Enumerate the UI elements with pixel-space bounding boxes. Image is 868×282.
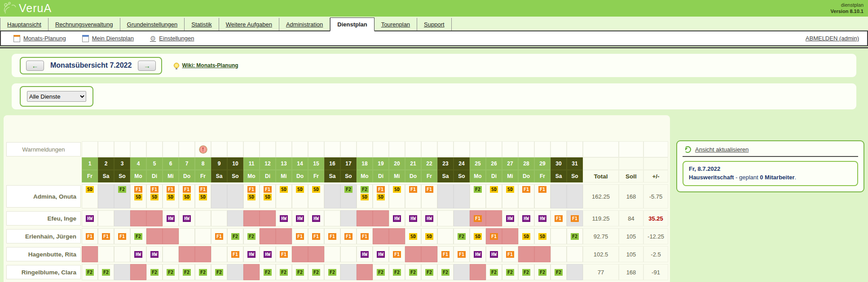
roster-cell-day-17[interactable]: F1: [340, 228, 357, 244]
roster-cell-day-7[interactable]: [179, 228, 195, 244]
roster-cell-day-23[interactable]: [437, 210, 454, 226]
roster-cell-day-25[interactable]: SD: [470, 228, 486, 244]
roster-cell-day-31[interactable]: [567, 264, 583, 280]
logout-link[interactable]: ABMELDEN (admin): [806, 35, 859, 42]
roster-cell-day-6[interactable]: [163, 228, 179, 244]
roster-cell-day-7[interactable]: F2: [179, 264, 195, 280]
wiki-link[interactable]: Wiki: Monats-Planung: [182, 62, 238, 69]
roster-cell-day-23[interactable]: [437, 184, 454, 208]
roster-cell-day-27[interactable]: F1: [502, 246, 518, 262]
roster-cell-day-16[interactable]: F2: [324, 264, 340, 280]
next-month-button[interactable]: →: [138, 61, 156, 71]
roster-cell-day-3[interactable]: [114, 264, 130, 280]
roster-cell-day-6[interactable]: HW: [163, 210, 179, 226]
roster-cell-day-31[interactable]: F1: [567, 210, 583, 226]
roster-cell-day-20[interactable]: F2: [389, 264, 405, 280]
service-filter-select[interactable]: Alle Dienste: [27, 91, 86, 102]
roster-cell-day-24[interactable]: [454, 264, 470, 280]
roster-cell-day-4[interactable]: [130, 210, 146, 226]
roster-cell-day-24[interactable]: F2: [454, 228, 470, 244]
roster-cell-day-11[interactable]: [243, 210, 260, 226]
roster-cell-day-14[interactable]: F2: [292, 264, 308, 280]
tab-support[interactable]: Support: [417, 18, 452, 30]
roster-cell-day-13[interactable]: F2: [276, 264, 292, 280]
roster-cell-day-15[interactable]: SD: [308, 184, 324, 208]
roster-cell-day-22[interactable]: HW: [421, 210, 437, 226]
roster-cell-day-21[interactable]: HW: [405, 210, 421, 226]
roster-cell-day-26[interactable]: SD: [486, 184, 502, 208]
roster-cell-day-26[interactable]: F2: [486, 264, 502, 280]
roster-cell-day-14[interactable]: SD: [292, 184, 308, 208]
roster-cell-day-11[interactable]: F2: [243, 228, 260, 244]
roster-cell-day-17[interactable]: [340, 246, 357, 262]
roster-cell-day-1[interactable]: HW: [82, 210, 98, 226]
roster-cell-day-31[interactable]: [567, 246, 583, 262]
roster-cell-day-20[interactable]: HW: [389, 210, 405, 226]
roster-cell-day-2[interactable]: [98, 210, 114, 226]
roster-cell-day-24[interactable]: F1: [454, 246, 470, 262]
tab-grundeinstellungen[interactable]: Grundeinstellungen: [120, 18, 185, 30]
roster-cell-day-12[interactable]: HW: [260, 246, 276, 262]
roster-cell-day-22[interactable]: SD: [421, 228, 437, 244]
roster-cell-day-3[interactable]: F2: [114, 184, 130, 208]
roster-cell-day-7[interactable]: HW: [179, 210, 195, 226]
tab-statistik[interactable]: Statistik: [185, 18, 219, 30]
roster-cell-day-27[interactable]: F2: [502, 264, 518, 280]
tab-rechnungsverwaltung[interactable]: Rechnungsverwaltung: [48, 18, 120, 30]
roster-cell-day-25[interactable]: HW: [470, 246, 486, 262]
roster-cell-day-2[interactable]: [98, 184, 114, 208]
roster-cell-day-10[interactable]: [227, 210, 243, 226]
roster-cell-day-17[interactable]: F2: [340, 184, 357, 208]
roster-cell-day-26[interactable]: F1: [486, 228, 502, 244]
roster-cell-day-5[interactable]: HW: [146, 246, 163, 262]
roster-cell-day-10[interactable]: F2: [227, 228, 243, 244]
roster-cell-day-19[interactable]: F2: [373, 264, 389, 280]
roster-cell-day-2[interactable]: F2: [98, 264, 114, 280]
roster-cell-day-30[interactable]: F1: [551, 210, 567, 226]
roster-cell-day-25[interactable]: [470, 264, 486, 280]
roster-cell-day-18[interactable]: HW: [357, 246, 373, 262]
roster-cell-day-28[interactable]: F1: [518, 184, 534, 208]
roster-cell-day-15[interactable]: F1: [308, 228, 324, 244]
roster-cell-day-8[interactable]: F1SD: [195, 184, 211, 208]
roster-cell-day-24[interactable]: [454, 184, 470, 208]
roster-cell-day-11[interactable]: HW: [243, 246, 260, 262]
roster-cell-day-12[interactable]: [260, 228, 276, 244]
roster-cell-day-28[interactable]: SD: [518, 228, 534, 244]
roster-cell-day-27[interactable]: HW: [502, 210, 518, 226]
roster-cell-day-9[interactable]: [211, 184, 227, 208]
roster-cell-day-24[interactable]: [454, 210, 470, 226]
roster-cell-day-30[interactable]: [551, 228, 567, 244]
toolbar-mein-dienstplan[interactable]: Mein Dienstplan: [82, 35, 134, 42]
roster-cell-day-17[interactable]: [340, 210, 357, 226]
roster-cell-day-30[interactable]: [551, 184, 567, 208]
roster-cell-day-16[interactable]: [324, 184, 340, 208]
roster-cell-day-15[interactable]: [308, 246, 324, 262]
roster-cell-day-26[interactable]: [486, 210, 502, 226]
roster-cell-day-11[interactable]: F1SD: [243, 184, 260, 208]
roster-cell-day-16[interactable]: F1: [324, 228, 340, 244]
roster-cell-day-1[interactable]: [82, 246, 98, 262]
roster-cell-day-28[interactable]: F2: [518, 264, 534, 280]
roster-cell-day-18[interactable]: [357, 264, 373, 280]
roster-cell-day-19[interactable]: F1SD: [373, 184, 389, 208]
roster-cell-day-19[interactable]: HW: [373, 246, 389, 262]
roster-cell-day-1[interactable]: F1: [82, 228, 98, 244]
tab-tourenplan[interactable]: Tourenplan: [375, 18, 417, 30]
tab-hauptansicht[interactable]: Hauptansicht: [0, 18, 48, 30]
roster-cell-day-3[interactable]: [114, 246, 130, 262]
roster-cell-day-9[interactable]: [211, 210, 227, 226]
roster-cell-day-21[interactable]: [405, 246, 421, 262]
roster-cell-day-12[interactable]: [260, 210, 276, 226]
roster-cell-day-28[interactable]: [518, 246, 534, 262]
toolbar-einstellungen[interactable]: ⚙Einstellungen: [150, 35, 194, 42]
roster-cell-day-6[interactable]: [163, 246, 179, 262]
roster-cell-day-29[interactable]: [534, 246, 551, 262]
roster-cell-day-27[interactable]: [502, 228, 518, 244]
roster-cell-day-28[interactable]: HW: [518, 210, 534, 226]
roster-cell-day-7[interactable]: [179, 246, 195, 262]
roster-cell-day-11[interactable]: [243, 264, 260, 280]
roster-cell-day-22[interactable]: F2: [421, 264, 437, 280]
roster-cell-day-8[interactable]: F2: [195, 264, 211, 280]
roster-cell-day-9[interactable]: F2: [211, 264, 227, 280]
